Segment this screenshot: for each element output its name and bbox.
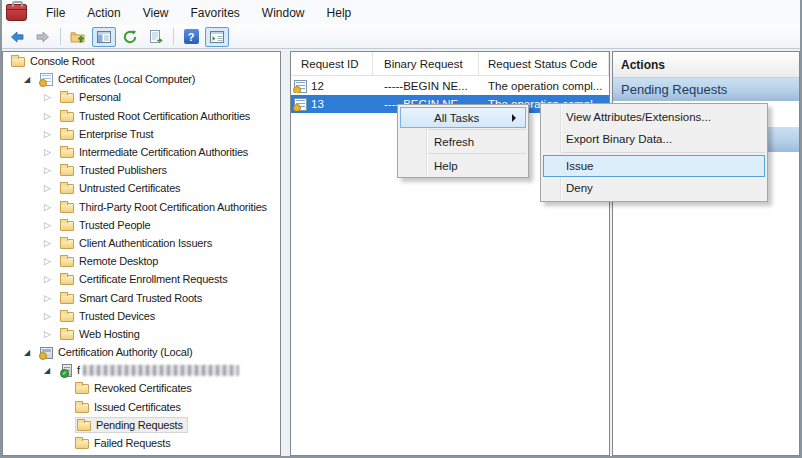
- tree-item-intermediate-certification-authorities[interactable]: Intermediate Certification Authorities: [3, 143, 280, 161]
- chevron-collapsed-icon[interactable]: [44, 129, 60, 139]
- folder-icon: [60, 166, 74, 176]
- chevron-collapsed-icon[interactable]: [44, 311, 60, 321]
- actions-section-pending-requests[interactable]: Pending Requests: [613, 78, 799, 101]
- column-header-request-id[interactable]: Request ID: [291, 52, 373, 75]
- chevron-collapsed-icon[interactable]: [44, 92, 60, 102]
- tree-item-failed-requests[interactable]: Failed Requests: [3, 434, 280, 452]
- menu-item-label: All Tasks: [434, 112, 479, 124]
- toolbar-button-forward[interactable]: [31, 27, 55, 47]
- menu-separator: [428, 129, 526, 130]
- menu-item-help[interactable]: Help: [398, 155, 528, 176]
- chevron-collapsed-icon[interactable]: [44, 256, 60, 266]
- chevron-collapsed-icon[interactable]: [44, 183, 60, 193]
- chevron-expanded-icon[interactable]: [44, 366, 60, 375]
- tree-item-pending-requests[interactable]: Pending Requests: [3, 416, 280, 434]
- folder-icon: [60, 330, 74, 340]
- console-tree-icon: [96, 29, 112, 45]
- request-status-code: The operation compl...: [479, 80, 609, 92]
- console-tree-panel: Console Root Certificates (Local Compute…: [2, 51, 281, 456]
- tree-item-web-hosting[interactable]: Web Hosting: [3, 325, 280, 343]
- menu-item-all-tasks[interactable]: All Tasks: [400, 107, 526, 128]
- tree-item-label: Certificates (Local Computer): [57, 73, 195, 85]
- toolbar-button-show-hide-action-pane[interactable]: [205, 27, 229, 47]
- chevron-collapsed-icon[interactable]: [44, 147, 60, 157]
- tree-item-label: Trusted Devices: [78, 310, 155, 322]
- arrow-right-icon: [35, 29, 51, 45]
- tree-item-label: f: [76, 364, 80, 376]
- tree-item-label: Failed Requests: [93, 437, 171, 449]
- chevron-collapsed-icon[interactable]: [44, 238, 60, 248]
- tree-item-console-root[interactable]: Console Root: [3, 52, 280, 70]
- tree-item-trusted-publishers[interactable]: Trusted Publishers: [3, 161, 280, 179]
- folder-icon: [60, 130, 74, 140]
- folder-icon: [75, 384, 89, 394]
- tree-item-personal[interactable]: Personal: [3, 88, 280, 106]
- folder-icon: [11, 57, 25, 67]
- toolbar-button-show-hide-console-tree[interactable]: [92, 27, 116, 47]
- tree-item-certificate-enrollment-requests[interactable]: Certificate Enrollment Requests: [3, 270, 280, 288]
- folder-icon: [77, 421, 91, 431]
- tree-item-trusted-root-certification-authorities[interactable]: Trusted Root Certification Authorities: [3, 107, 280, 125]
- menu-item-refresh[interactable]: Refresh: [398, 131, 528, 152]
- submenu-item-issue[interactable]: Issue: [543, 155, 765, 177]
- redacted-ca-name: [83, 365, 239, 376]
- toolbar-button-refresh[interactable]: [118, 27, 142, 47]
- menu-file[interactable]: File: [35, 0, 76, 25]
- chevron-collapsed-icon[interactable]: [44, 111, 60, 121]
- submenu-item-view-attributes-extensions[interactable]: View Attributes/Extensions...: [541, 106, 767, 128]
- chevron-collapsed-icon[interactable]: [44, 220, 60, 230]
- toolbar-separator: [173, 28, 174, 45]
- menu-favorites[interactable]: Favorites: [180, 0, 251, 25]
- menu-action[interactable]: Action: [76, 0, 131, 25]
- tree-item-issued-certificates[interactable]: Issued Certificates: [3, 398, 280, 416]
- list-row-request-12[interactable]: 12 -----BEGIN NE... The operation compl.…: [291, 77, 609, 95]
- tree-item-client-authentication-issuers[interactable]: Client Authentication Issuers: [3, 234, 280, 252]
- certificate-request-icon: [294, 80, 307, 93]
- toolbar-button-export-list[interactable]: [144, 27, 168, 47]
- ca-server-icon: [62, 364, 72, 377]
- menu-item-label: View Attributes/Extensions...: [566, 111, 711, 123]
- tree-item-certificates-local-computer[interactable]: Certificates (Local Computer): [3, 70, 280, 88]
- toolbar-button-help[interactable]: [179, 27, 203, 47]
- certificates-icon: [40, 73, 53, 86]
- folder-icon: [60, 257, 74, 267]
- tree-selection-highlight: Pending Requests: [75, 417, 188, 433]
- column-header-binary-request[interactable]: Binary Request: [373, 52, 479, 75]
- submenu-arrow-icon: [512, 114, 516, 122]
- tree-item-third-party-root-certification-authorities[interactable]: Third-Party Root Certification Authoriti…: [3, 198, 280, 216]
- chevron-collapsed-icon[interactable]: [44, 329, 60, 339]
- menu-help[interactable]: Help: [316, 0, 363, 25]
- folder-icon: [60, 184, 74, 194]
- chevron-expanded-icon[interactable]: [24, 348, 40, 357]
- folder-icon: [60, 148, 74, 158]
- tree-item-certification-authority-local[interactable]: Certification Authority (Local): [3, 343, 280, 361]
- chevron-collapsed-icon[interactable]: [44, 165, 60, 175]
- chevron-collapsed-icon[interactable]: [44, 274, 60, 284]
- menu-separator: [428, 153, 526, 154]
- tree-item-trusted-devices[interactable]: Trusted Devices: [3, 307, 280, 325]
- folder-icon: [75, 439, 89, 449]
- folder-icon: [60, 93, 74, 103]
- chevron-expanded-icon[interactable]: [24, 75, 40, 84]
- folder-icon: [60, 221, 74, 231]
- submenu-item-export-binary-data[interactable]: Export Binary Data...: [541, 128, 767, 150]
- toolbar-button-back[interactable]: [5, 27, 29, 47]
- menu-view[interactable]: View: [132, 0, 180, 25]
- tree-item-smart-card-trusted-roots[interactable]: Smart Card Trusted Roots: [3, 288, 280, 306]
- menu-bar: File Action View Favorites Window Help: [2, 0, 800, 26]
- tree-item-enterprise-trust[interactable]: Enterprise Trust: [3, 125, 280, 143]
- tree-item-trusted-people[interactable]: Trusted People: [3, 216, 280, 234]
- tree-item-untrusted-certificates[interactable]: Untrusted Certificates: [3, 179, 280, 197]
- tree-item-label: Console Root: [29, 55, 94, 67]
- chevron-collapsed-icon[interactable]: [44, 293, 60, 303]
- column-header-request-status-code[interactable]: Request Status Code: [479, 52, 609, 75]
- menu-window[interactable]: Window: [251, 0, 316, 25]
- tree-item-ca-server[interactable]: f: [3, 361, 280, 379]
- tree-item-revoked-certificates[interactable]: Revoked Certificates: [3, 379, 280, 397]
- chevron-collapsed-icon[interactable]: [44, 202, 60, 212]
- submenu-item-deny[interactable]: Deny: [541, 177, 767, 199]
- all-tasks-submenu: View Attributes/Extensions... Export Bin…: [540, 103, 768, 202]
- tree-item-remote-desktop[interactable]: Remote Desktop: [3, 252, 280, 270]
- refresh-icon: [122, 29, 138, 45]
- toolbar-button-up-one-level[interactable]: [66, 27, 90, 47]
